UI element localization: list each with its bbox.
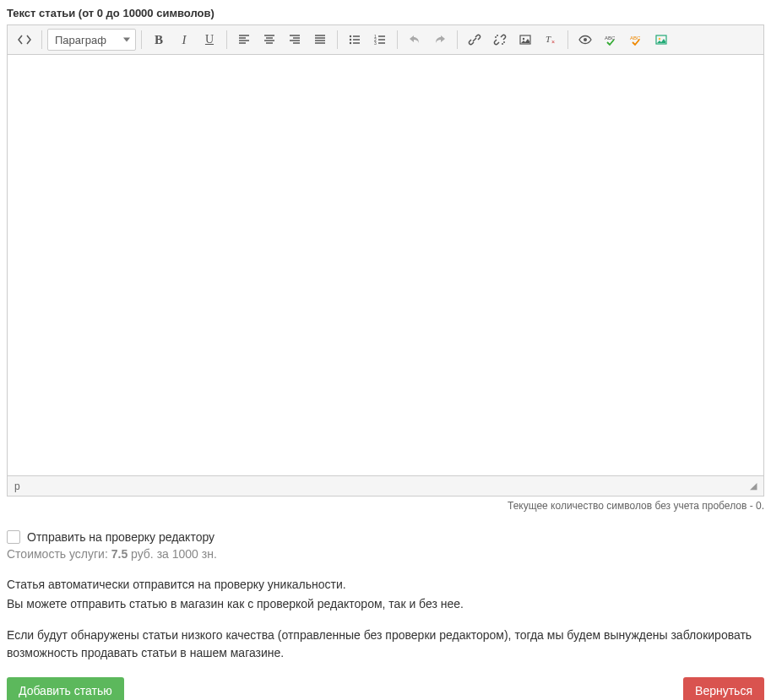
element-path[interactable]: p [14,480,20,492]
svg-text:×: × [551,39,555,45]
field-label: Текст статьи (от 0 до 10000 символов) [7,7,764,19]
svg-point-14 [659,38,660,40]
cost-value: 7.5 [111,547,128,561]
underline-button[interactable]: U [198,29,221,51]
align-center-button[interactable] [258,29,281,51]
editor-statusbar: p ◢ [8,475,763,496]
align-right-button[interactable] [283,29,307,51]
back-button[interactable]: Вернуться [683,677,764,700]
rich-text-editor: Параграф B I U 123 T× ABC ABC p ◢ [7,24,764,497]
svg-point-0 [350,35,351,37]
toolbar-separator [41,30,42,49]
svg-point-1 [350,39,351,41]
svg-point-7 [523,38,524,40]
link-button[interactable] [463,29,486,51]
image-button[interactable] [513,29,537,51]
info-line-1: Статья автоматически отправится на прове… [7,576,764,594]
svg-text:T: T [546,34,551,44]
preview-button[interactable] [573,29,597,51]
svg-text:3: 3 [374,41,377,46]
editor-review-checkbox[interactable] [7,530,20,544]
bullet-list-button[interactable] [343,29,366,51]
clear-format-button[interactable]: T× [539,29,562,51]
cost-suffix: руб. за 1000 зн. [128,547,217,561]
spellcheck-icon: ABC [604,33,617,46]
toolbar-separator [141,30,142,49]
editor-review-row: Отправить на проверку редактору [7,530,764,544]
char-count-label: Текущее количество символов без учета пр… [7,500,764,512]
numbered-list-icon: 123 [373,33,387,46]
info-line-2: Вы можете отправить статью в магазин как… [7,595,764,613]
italic-button[interactable]: I [172,29,196,51]
align-left-button[interactable] [232,29,256,51]
source-code-button[interactable] [13,29,36,51]
redo-button[interactable] [428,29,452,51]
link-icon [468,33,481,46]
format-select[interactable]: Параграф [47,29,136,51]
align-right-icon [288,33,301,46]
insert-image-button[interactable] [649,29,673,51]
format-select-label: Параграф [55,34,106,46]
unlink-icon [493,33,507,46]
redo-icon [433,33,447,46]
eye-icon [578,33,592,46]
article-text-input[interactable] [8,55,763,473]
align-justify-button[interactable] [308,29,332,51]
editor-review-label: Отправить на проверку редактору [27,530,214,544]
picture-icon [654,33,668,46]
spellcheck-button[interactable]: ABC [599,29,622,51]
image-icon [519,33,532,46]
button-row: Добавить статью Вернуться [7,677,764,700]
svg-point-2 [350,42,351,44]
unlink-button[interactable] [488,29,512,51]
spellcheck-toggle-button[interactable]: ABC [624,29,648,51]
spellcheck-toggle-icon: ABC [629,33,643,46]
underline-icon: U [205,33,214,46]
toolbar-separator [337,30,338,49]
italic-icon: I [182,33,187,47]
resize-handle[interactable]: ◢ [750,480,757,491]
undo-icon [408,33,421,46]
info-warning: Если будут обнаружены статьи низкого кач… [7,627,764,662]
editor-toolbar: Параграф B I U 123 T× ABC ABC [8,25,763,55]
align-justify-icon [313,33,327,46]
toolbar-separator [226,30,227,49]
cost-prefix: Стоимость услуги: [7,547,111,561]
toolbar-separator [567,30,568,49]
bold-icon: B [155,33,163,47]
align-center-icon [263,33,276,46]
undo-button[interactable] [403,29,426,51]
toolbar-separator [457,30,458,49]
align-left-icon [237,33,251,46]
clear-format-icon: T× [544,33,557,46]
service-cost-line: Стоимость услуги: 7.5 руб. за 1000 зн. [7,547,764,561]
add-article-button[interactable]: Добавить статью [7,677,124,700]
bullet-list-icon [348,33,361,46]
info-block: Статья автоматически отправится на прове… [7,576,764,662]
bold-button[interactable]: B [147,29,171,51]
toolbar-separator [397,30,398,49]
chevron-down-icon [123,38,130,42]
numbered-list-button[interactable]: 123 [368,29,392,51]
svg-point-10 [584,38,587,41]
